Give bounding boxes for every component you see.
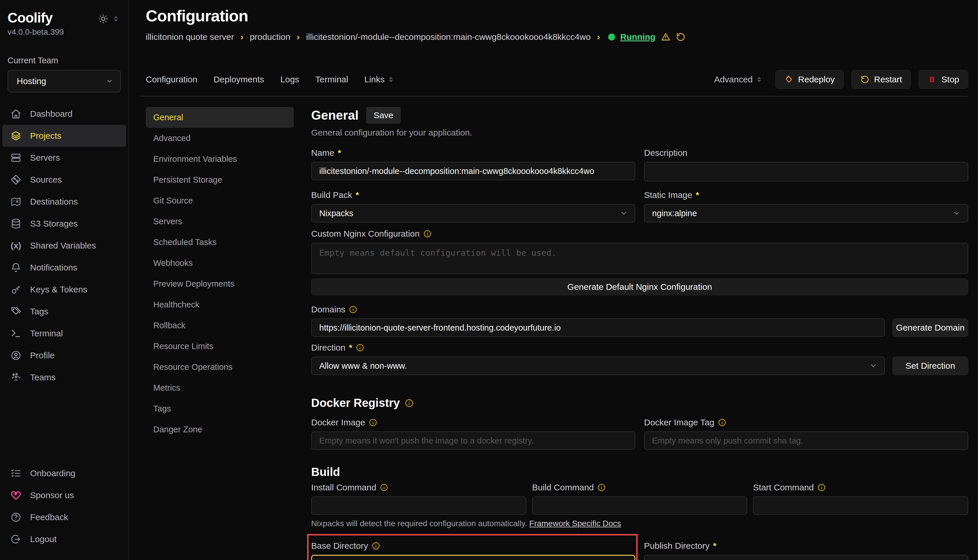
status-running-link[interactable]: Running xyxy=(620,32,655,42)
sidebar-item-projects[interactable]: Projects xyxy=(2,125,126,147)
info-icon xyxy=(423,230,432,238)
settings-nav-tags[interactable]: Tags xyxy=(146,398,294,419)
nixpacks-note: Nixpacks will detect the required config… xyxy=(311,519,968,528)
build-command-input[interactable] xyxy=(532,497,747,515)
chevrons-up-down-icon xyxy=(756,76,762,83)
sidebar-item-profile[interactable]: Profile xyxy=(2,345,126,367)
sidebar: Coolify v4.0.0-beta.399 Current Team Hos… xyxy=(0,0,129,560)
breadcrumb-environment[interactable]: production xyxy=(250,32,290,42)
build-pack-select[interactable]: Nixpacks xyxy=(311,204,635,222)
refresh-icon[interactable] xyxy=(676,32,685,42)
direction-select[interactable]: Allow www & non-www. xyxy=(311,357,885,375)
save-button[interactable]: Save xyxy=(366,107,401,124)
coolify-app: Coolify v4.0.0-beta.399 Current Team Hos… xyxy=(0,0,978,560)
description-input[interactable] xyxy=(644,162,968,182)
sidebar-item-label: Keys & Tokens xyxy=(30,285,87,295)
settings-nav-resource-operations[interactable]: Resource Operations xyxy=(146,357,294,377)
base-directory-label: Base Directory xyxy=(311,541,635,551)
redeploy-button[interactable]: Redeploy xyxy=(775,70,844,89)
sidebar-item-destinations[interactable]: Destinations xyxy=(2,191,126,213)
logout-icon xyxy=(10,534,22,545)
sidebar-item-servers[interactable]: Servers xyxy=(2,147,126,169)
server-icon xyxy=(10,152,22,163)
build-pack-label: Build Pack* xyxy=(311,190,635,200)
tab-terminal[interactable]: Terminal xyxy=(316,75,348,84)
settings-nav-environment-variables[interactable]: Environment Variables xyxy=(146,148,294,169)
sidebar-item-keys-tokens[interactable]: Keys & Tokens xyxy=(2,278,126,300)
sidebar-item-shared-variables[interactable]: (x) Shared Variables xyxy=(2,235,126,257)
team-select[interactable]: Hosting xyxy=(8,70,121,92)
main-area: Configuration illicitonion quote server … xyxy=(130,0,978,560)
sidebar-item-terminal[interactable]: Terminal xyxy=(2,322,126,345)
info-icon xyxy=(369,418,377,427)
sidebar-item-tags[interactable]: Tags xyxy=(2,300,126,322)
settings-nav-healthcheck[interactable]: Healthcheck xyxy=(146,294,294,315)
action-buttons: Advanced Redeploy Restart Stop xyxy=(714,70,968,89)
settings-nav-resource-limits[interactable]: Resource Limits xyxy=(146,336,294,357)
sidebar-item-feedback[interactable]: Feedback xyxy=(2,506,126,528)
settings-nav-metrics[interactable]: Metrics xyxy=(146,377,294,398)
domains-input[interactable] xyxy=(311,318,885,337)
sidebar-item-dashboard[interactable]: Dashboard xyxy=(2,103,126,125)
sidebar-item-logout[interactable]: Logout xyxy=(2,528,126,550)
chevron-down-icon xyxy=(869,362,878,370)
base-directory-input[interactable] xyxy=(311,555,635,560)
settings-nav-preview-deployments[interactable]: Preview Deployments xyxy=(146,273,294,294)
stop-button[interactable]: Stop xyxy=(918,70,968,89)
settings-nav-git-source[interactable]: Git Source xyxy=(146,190,294,211)
theme-sun-icon[interactable] xyxy=(98,14,108,24)
chevron-down-icon xyxy=(620,209,628,217)
tab-deployments[interactable]: Deployments xyxy=(213,75,264,84)
breadcrumb-application[interactable]: illicitestonion/-module--decomposition:m… xyxy=(306,32,591,42)
layers-icon xyxy=(10,130,22,141)
settings-nav-rollback[interactable]: Rollback xyxy=(146,315,294,336)
settings-nav-danger-zone[interactable]: Danger Zone xyxy=(146,419,294,440)
page-title: Configuration xyxy=(146,7,968,25)
sidebar-item-label: Projects xyxy=(30,131,61,141)
settings-nav-servers[interactable]: Servers xyxy=(146,211,294,232)
docker-image-tag-input[interactable] xyxy=(644,432,968,450)
framework-docs-link[interactable]: Framework Specific Docs xyxy=(529,519,621,528)
stop-pause-icon xyxy=(928,75,937,84)
sidebar-item-sponsor[interactable]: Sponsor us xyxy=(2,484,126,506)
generate-domain-button[interactable]: Generate Domain xyxy=(893,318,968,337)
tab-logs[interactable]: Logs xyxy=(281,75,299,84)
tab-links[interactable]: Links xyxy=(364,75,395,84)
sidebar-item-sources[interactable]: Sources xyxy=(2,169,126,191)
warning-icon[interactable] xyxy=(661,32,670,42)
sidebar-header: Coolify xyxy=(0,0,129,26)
build-command-label: Build Command xyxy=(532,483,747,492)
custom-nginx-textarea[interactable] xyxy=(311,243,968,274)
settings-nav: General Advanced Environment Variables P… xyxy=(146,107,294,440)
info-icon xyxy=(597,483,606,492)
status-dot xyxy=(608,33,615,40)
generate-nginx-button[interactable]: Generate Default Nginx Configuration xyxy=(311,278,968,295)
git-fork-icon xyxy=(10,174,22,185)
sidebar-item-teams[interactable]: Teams xyxy=(2,367,126,388)
publish-directory-input[interactable] xyxy=(644,555,968,560)
name-input[interactable] xyxy=(311,162,635,180)
tab-configuration[interactable]: Configuration xyxy=(146,75,197,84)
start-command-input[interactable] xyxy=(753,497,968,515)
settings-nav-persistent-storage[interactable]: Persistent Storage xyxy=(146,169,294,190)
advanced-dropdown[interactable]: Advanced xyxy=(714,75,762,84)
restart-button[interactable]: Restart xyxy=(851,70,911,89)
settings-nav-scheduled-tasks[interactable]: Scheduled Tasks xyxy=(146,232,294,253)
sidebar-item-onboarding[interactable]: Onboarding xyxy=(2,462,126,484)
sidebar-item-label: Notifications xyxy=(30,263,77,272)
info-icon xyxy=(349,305,358,314)
set-direction-button[interactable]: Set Direction xyxy=(893,357,968,375)
settings-nav-webhooks[interactable]: Webhooks xyxy=(146,253,294,273)
sidebar-item-s3-storages[interactable]: S3 Storages xyxy=(2,213,126,235)
settings-nav-advanced[interactable]: Advanced xyxy=(146,128,294,148)
static-image-select[interactable]: nginx:alpine xyxy=(644,204,968,222)
breadcrumb-separator: › xyxy=(297,32,300,42)
chevron-down-icon xyxy=(953,209,961,217)
install-command-input[interactable] xyxy=(311,497,526,515)
chevrons-up-down-icon[interactable] xyxy=(112,15,120,23)
sidebar-item-notifications[interactable]: Notifications xyxy=(2,257,126,278)
breadcrumb-project[interactable]: illicitonion quote server xyxy=(146,32,234,42)
docker-image-input[interactable] xyxy=(311,432,635,450)
user-circle-icon xyxy=(10,350,22,361)
settings-nav-general[interactable]: General xyxy=(146,107,294,128)
